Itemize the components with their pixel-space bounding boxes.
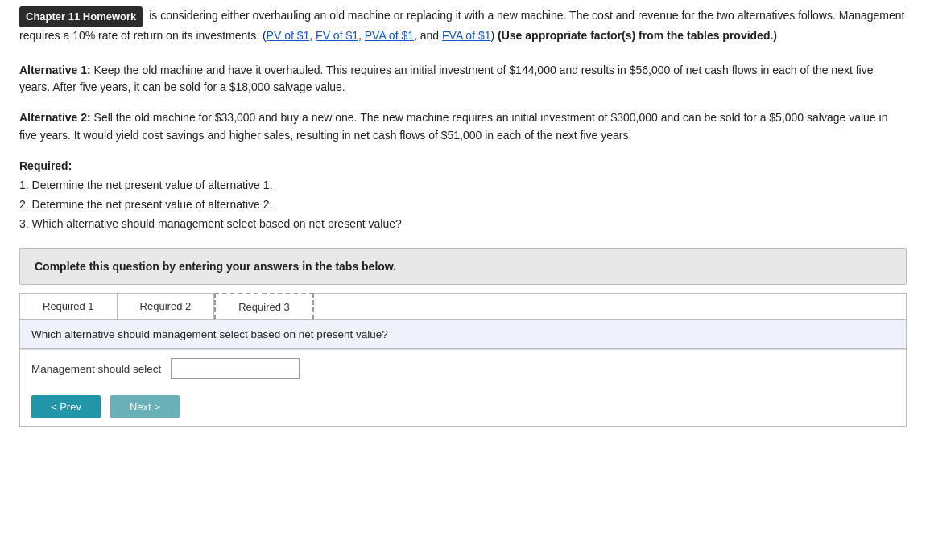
instruction-box: Complete this question by entering your … — [19, 248, 907, 285]
alternative-2-block: Alternative 2: Sell the old machine for … — [19, 109, 907, 144]
tab-required-1[interactable]: Required 1 — [20, 294, 118, 319]
next-button[interactable]: Next > — [110, 395, 180, 418]
alt1-text: Keep the old machine and have it overhau… — [19, 64, 874, 94]
intro-text-1: is considering either overhauling an old… — [149, 9, 566, 22]
use-factors-instruction: (Use appropriate factor(s) from the tabl… — [498, 29, 777, 42]
required-list: Required: 1. Determine the net present v… — [19, 157, 907, 233]
instruction-box-text: Complete this question by entering your … — [35, 260, 396, 273]
fva-link[interactable]: FVA of $1 — [442, 29, 490, 42]
chapter-badge: Chapter 11 Homework — [19, 6, 143, 27]
tab-question: Which alternative should management sele… — [31, 328, 388, 340]
buttons-row: < Prev Next > — [20, 387, 906, 426]
prev-button[interactable]: < Prev — [31, 395, 101, 418]
required-item-2: 2. Determine the net present value of al… — [19, 198, 272, 211]
answer-row: Management should select — [20, 349, 906, 387]
pva-link[interactable]: PVA of $1 — [365, 29, 414, 42]
tab-content: Which alternative should management sele… — [20, 320, 906, 349]
answer-label: Management should select — [31, 363, 161, 375]
pv-link[interactable]: PV of $1 — [267, 29, 310, 42]
management-select-input[interactable] — [171, 358, 300, 379]
tabs-area: Required 1 Required 2 Required 3 Which a… — [19, 293, 907, 427]
tabs-row: Required 1 Required 2 Required 3 — [20, 294, 906, 320]
alt1-title: Alternative 1: — [19, 64, 91, 76]
required-item-1: 1. Determine the net present value of al… — [19, 179, 272, 191]
alt2-title: Alternative 2: — [19, 111, 91, 124]
alt2-text: Sell the old machine for $33,000 and buy… — [19, 111, 887, 142]
required-heading: Required: — [19, 159, 72, 172]
tab-required-2[interactable]: Required 2 — [118, 294, 215, 319]
fv-link[interactable]: FV of $1 — [316, 29, 358, 42]
alternative-1-block: Alternative 1: Keep the old machine and … — [19, 62, 907, 97]
tab-required-3[interactable]: Required 3 — [214, 293, 314, 319]
required-item-3: 3. Which alternative should management s… — [19, 217, 402, 230]
